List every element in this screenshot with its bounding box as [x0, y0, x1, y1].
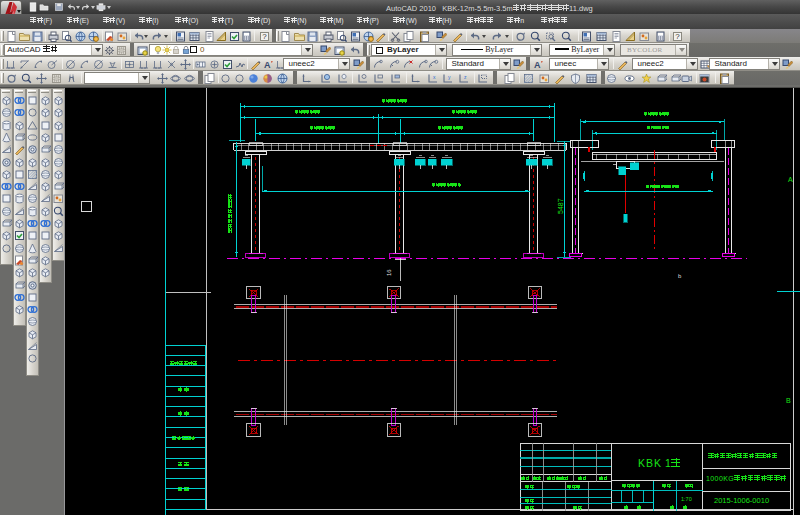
svg-text:y: y: [448, 74, 451, 80]
svg-text:?: ?: [262, 32, 267, 41]
svg-text:?: ?: [675, 32, 680, 41]
svg-text:z: z: [464, 74, 467, 80]
svg-text:A: A: [534, 59, 541, 69]
svg-text:x: x: [433, 74, 436, 80]
svg-text:A: A: [264, 59, 271, 69]
